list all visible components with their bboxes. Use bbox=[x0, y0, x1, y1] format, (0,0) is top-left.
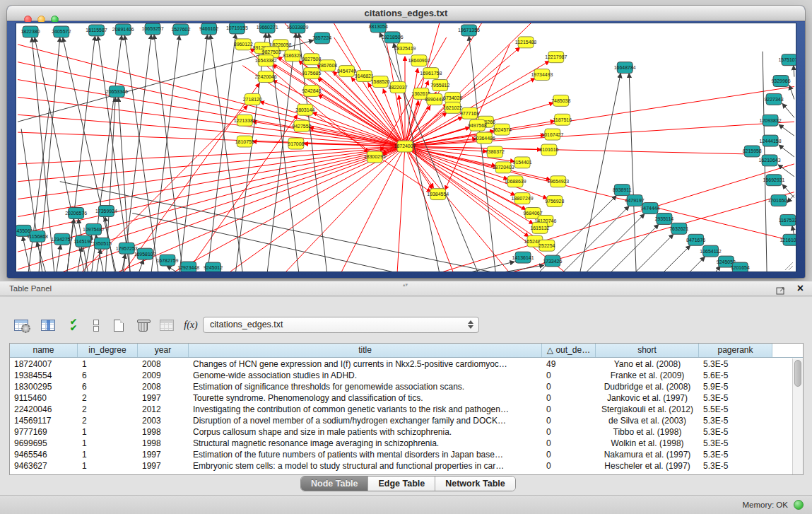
graph-node[interactable]: 20364486 bbox=[473, 132, 495, 144]
graph-node[interactable]: 1615132 bbox=[530, 222, 549, 233]
function-builder-icon[interactable]: f(x) bbox=[181, 316, 201, 334]
delete-table-icon[interactable] bbox=[157, 316, 177, 334]
graph-node[interactable]: 9175685 bbox=[302, 68, 321, 79]
graph-node[interactable]: 8938911 bbox=[613, 185, 632, 196]
graph-node[interactable]: 14136141 bbox=[512, 252, 534, 263]
graph-node[interactable]: 2867608 bbox=[318, 60, 337, 71]
graph-node[interactable]: 7857224 bbox=[312, 33, 331, 44]
graph-node[interactable]: 2803144 bbox=[295, 104, 314, 115]
tab-node-table[interactable]: Node Table bbox=[301, 477, 368, 491]
graph-node[interactable]: 10654112 bbox=[700, 245, 722, 257]
graph-node[interactable]: 12213383 bbox=[234, 115, 256, 126]
graph-node[interactable]: 1145194 bbox=[73, 235, 93, 247]
scrollbar-thumb[interactable] bbox=[794, 360, 801, 387]
graph-node[interactable]: 19660271 bbox=[257, 23, 278, 33]
tab-network-table[interactable]: Network Table bbox=[435, 477, 515, 491]
graph-node[interactable]: 12217987 bbox=[545, 52, 567, 63]
table-row[interactable]: 1938455462009Genome-wide association stu… bbox=[10, 370, 792, 381]
column-header-in_degree[interactable]: in_degree bbox=[78, 344, 138, 357]
graph-node[interactable]: 917008 bbox=[288, 138, 304, 149]
graph-node[interactable]: 10167427 bbox=[541, 129, 563, 140]
delete-icon[interactable] bbox=[133, 316, 153, 334]
table-row[interactable]: 969969511998Structural magnetic resonanc… bbox=[10, 438, 792, 449]
graph-node[interactable]: 8822037 bbox=[389, 82, 408, 93]
graph-node[interactable]: 18724007 bbox=[394, 141, 416, 152]
table-row[interactable]: 911546021997Tourette syndrome. Phenomeno… bbox=[10, 392, 792, 404]
graph-node[interactable]: 9329966 bbox=[771, 76, 790, 87]
column-header-name[interactable]: name bbox=[10, 344, 78, 357]
graph-node[interactable]: 20206576 bbox=[65, 208, 87, 219]
graph-node[interactable]: 8454749 bbox=[337, 66, 356, 77]
graph-node[interactable]: 16961758 bbox=[420, 68, 442, 79]
graph-node[interactable]: 10975487 bbox=[83, 223, 105, 235]
graph-node[interactable]: 16115587 bbox=[86, 25, 107, 36]
graph-node[interactable]: 17016504 bbox=[768, 195, 790, 206]
resize-grip-icon[interactable] bbox=[785, 262, 793, 270]
graph-node[interactable]: 8101616 bbox=[539, 144, 558, 156]
graph-node[interactable]: 16958107 bbox=[134, 248, 156, 259]
graph-node[interactable]: 2935114 bbox=[655, 213, 674, 224]
table-row[interactable]: 1830029562008Estimation of significance … bbox=[10, 381, 792, 392]
graph-node[interactable]: 19734493 bbox=[531, 69, 553, 81]
table-selector[interactable]: citations_edges.txt bbox=[203, 317, 479, 333]
graph-node[interactable]: 18640910 bbox=[408, 55, 430, 66]
graph-node[interactable]: 19218506 bbox=[382, 32, 404, 43]
column-header-year[interactable]: year bbox=[138, 344, 189, 357]
graph-node[interactable]: 15692931 bbox=[763, 175, 785, 186]
graph-node[interactable]: 10688639 bbox=[505, 176, 526, 187]
table-scrollbar[interactable] bbox=[792, 358, 803, 474]
graph-node[interactable]: 12161049 bbox=[779, 234, 796, 245]
graph-node[interactable]: 10719155 bbox=[226, 23, 248, 34]
graph-node[interactable]: 12923448 bbox=[177, 262, 199, 271]
graph-node[interactable]: 19384554 bbox=[427, 189, 449, 200]
graph-node[interactable]: 15751074 bbox=[778, 54, 796, 66]
graph-node[interactable]: 18300295 bbox=[364, 151, 386, 163]
deselect-all-icon[interactable] bbox=[86, 316, 106, 334]
graph-node[interactable]: 17359924 bbox=[95, 206, 117, 217]
table-row[interactable]: 2242004622012Investigating the contribut… bbox=[10, 404, 792, 415]
graph-node[interactable]: 10653257 bbox=[142, 23, 164, 35]
graph-node[interactable]: 16648784 bbox=[614, 62, 636, 74]
graph-node[interactable]: 8813054 bbox=[369, 23, 388, 33]
table-row[interactable]: 977716911998Corpus callosum shape and si… bbox=[10, 426, 792, 438]
graph-node[interactable]: 7955812 bbox=[430, 80, 449, 91]
graph-node[interactable]: 1527602 bbox=[171, 24, 190, 35]
network-canvas-svg[interactable]: 1822380240557216115587208914061065325715… bbox=[16, 23, 796, 271]
tab-edge-table[interactable]: Edge Table bbox=[368, 477, 435, 491]
table-row[interactable]: 1456911722003Disruption of a novel membe… bbox=[10, 415, 792, 426]
graph-node[interactable]: 1350515 bbox=[93, 238, 112, 249]
float-icon[interactable] bbox=[776, 285, 785, 293]
graph-node[interactable]: 1201654 bbox=[731, 262, 750, 271]
graph-node[interactable]: 12444158 bbox=[760, 135, 782, 146]
table-row[interactable]: 1872400712008Changes of HCN gene express… bbox=[10, 358, 792, 370]
graph-node[interactable]: 9427552 bbox=[292, 120, 311, 132]
graph-node[interactable]: 16033809 bbox=[286, 23, 308, 33]
graph-node[interactable]: 12342757 bbox=[51, 233, 73, 245]
column-header-pagerank[interactable]: pagerank bbox=[699, 344, 772, 357]
graph-node[interactable]: 7386372 bbox=[486, 146, 505, 158]
graph-node[interactable]: 19654923 bbox=[547, 176, 569, 187]
graph-node[interactable]: 7485038 bbox=[551, 95, 570, 106]
table-row[interactable]: 946554611997Estimation of the future num… bbox=[10, 449, 792, 460]
graph-node[interactable]: 8990448 bbox=[425, 93, 444, 105]
graph-node[interactable]: 7632621 bbox=[669, 223, 688, 234]
graph-node[interactable]: 9154401 bbox=[513, 157, 532, 168]
graph-node[interactable]: 18720403 bbox=[493, 162, 514, 173]
graph-node[interactable]: 9777169 bbox=[460, 107, 479, 119]
new-document-icon[interactable] bbox=[109, 316, 129, 334]
graph-node[interactable]: 16782759 bbox=[156, 255, 178, 266]
graph-node[interactable]: 9756928 bbox=[545, 196, 564, 207]
graph-node[interactable]: 11215488 bbox=[515, 37, 537, 48]
graph-node[interactable]: 18807249 bbox=[512, 193, 534, 204]
graph-node[interactable]: 6479197 bbox=[625, 195, 645, 206]
graph-node[interactable]: 9474444 bbox=[640, 203, 659, 214]
graph-node[interactable]: 8186328 bbox=[283, 50, 302, 62]
graph-node[interactable]: 1822380 bbox=[20, 26, 40, 37]
graph-node[interactable]: 1167533 bbox=[779, 214, 796, 226]
graph-node[interactable]: 9466162 bbox=[199, 23, 218, 35]
graph-node[interactable]: 3624574 bbox=[493, 124, 512, 135]
network-window-titlebar[interactable]: citations_edges.txt bbox=[7, 6, 805, 21]
graph-node[interactable]: 9245012 bbox=[204, 262, 223, 271]
network-canvas[interactable]: 1822380240557216115587208914061065325715… bbox=[16, 23, 796, 272]
graph-node[interactable]: 1810755 bbox=[235, 136, 254, 147]
